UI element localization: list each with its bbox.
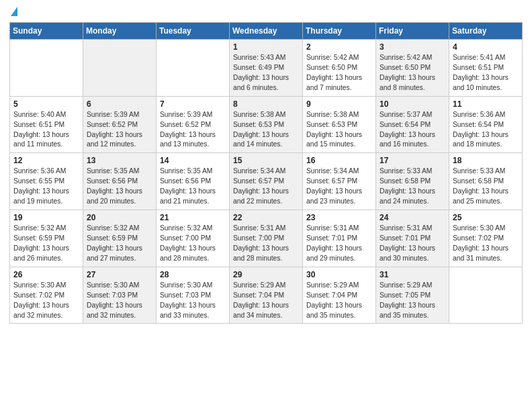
calendar-cell: 12Sunrise: 5:36 AM Sunset: 6:55 PM Dayli… <box>10 153 83 210</box>
day-number: 18 <box>453 156 519 165</box>
day-info: Sunrise: 5:36 AM Sunset: 6:55 PM Dayligh… <box>13 167 79 207</box>
day-info: Sunrise: 5:32 AM Sunset: 7:00 PM Dayligh… <box>160 224 226 264</box>
calendar-week-3: 19Sunrise: 5:32 AM Sunset: 6:59 PM Dayli… <box>10 210 523 267</box>
calendar-cell <box>157 40 230 97</box>
day-info: Sunrise: 5:33 AM Sunset: 6:58 PM Dayligh… <box>453 167 519 207</box>
day-number: 24 <box>380 213 445 222</box>
calendar-cell: 25Sunrise: 5:30 AM Sunset: 7:02 PM Dayli… <box>449 210 523 267</box>
day-info: Sunrise: 5:30 AM Sunset: 7:02 PM Dayligh… <box>453 224 519 264</box>
day-info: Sunrise: 5:30 AM Sunset: 7:03 PM Dayligh… <box>160 281 226 321</box>
calendar-cell: 30Sunrise: 5:29 AM Sunset: 7:04 PM Dayli… <box>303 267 376 324</box>
calendar-cell: 16Sunrise: 5:34 AM Sunset: 6:57 PM Dayli… <box>303 153 376 210</box>
day-number: 20 <box>87 213 152 222</box>
calendar-cell <box>10 40 83 97</box>
day-info: Sunrise: 5:35 AM Sunset: 6:56 PM Dayligh… <box>160 167 226 207</box>
calendar-cell: 15Sunrise: 5:34 AM Sunset: 6:57 PM Dayli… <box>230 153 303 210</box>
weekday-header-row: SundayMondayTuesdayWednesdayThursdayFrid… <box>10 23 523 40</box>
day-number: 26 <box>13 270 79 279</box>
day-info: Sunrise: 5:39 AM Sunset: 6:52 PM Dayligh… <box>160 110 226 150</box>
calendar-week-1: 5Sunrise: 5:40 AM Sunset: 6:51 PM Daylig… <box>10 96 523 153</box>
day-info: Sunrise: 5:38 AM Sunset: 6:53 PM Dayligh… <box>233 110 299 150</box>
day-number: 30 <box>306 270 372 279</box>
calendar-cell: 29Sunrise: 5:29 AM Sunset: 7:04 PM Dayli… <box>230 267 303 324</box>
calendar-cell: 7Sunrise: 5:39 AM Sunset: 6:52 PM Daylig… <box>157 96 230 153</box>
calendar-cell: 24Sunrise: 5:31 AM Sunset: 7:01 PM Dayli… <box>376 210 449 267</box>
calendar-week-4: 26Sunrise: 5:30 AM Sunset: 7:02 PM Dayli… <box>10 267 523 324</box>
calendar-cell: 10Sunrise: 5:37 AM Sunset: 6:54 PM Dayli… <box>376 96 449 153</box>
calendar-cell <box>83 40 157 97</box>
calendar-cell: 17Sunrise: 5:33 AM Sunset: 6:58 PM Dayli… <box>376 153 449 210</box>
header <box>9 7 523 18</box>
day-number: 31 <box>380 270 445 279</box>
calendar-cell <box>449 267 523 324</box>
day-number: 22 <box>233 213 299 222</box>
calendar-cell: 9Sunrise: 5:38 AM Sunset: 6:53 PM Daylig… <box>303 96 376 153</box>
day-info: Sunrise: 5:29 AM Sunset: 7:04 PM Dayligh… <box>306 281 372 321</box>
day-info: Sunrise: 5:32 AM Sunset: 6:59 PM Dayligh… <box>87 224 152 264</box>
day-info: Sunrise: 5:41 AM Sunset: 6:51 PM Dayligh… <box>453 53 519 93</box>
calendar-cell: 20Sunrise: 5:32 AM Sunset: 6:59 PM Dayli… <box>83 210 157 267</box>
day-number: 12 <box>13 156 79 165</box>
day-number: 15 <box>233 156 299 165</box>
day-info: Sunrise: 5:42 AM Sunset: 6:50 PM Dayligh… <box>306 53 372 93</box>
calendar-cell: 21Sunrise: 5:32 AM Sunset: 7:00 PM Dayli… <box>157 210 230 267</box>
day-number: 2 <box>306 42 372 52</box>
day-info: Sunrise: 5:34 AM Sunset: 6:57 PM Dayligh… <box>233 167 299 207</box>
day-number: 4 <box>453 42 519 52</box>
day-info: Sunrise: 5:38 AM Sunset: 6:53 PM Dayligh… <box>306 110 372 150</box>
calendar-cell: 14Sunrise: 5:35 AM Sunset: 6:56 PM Dayli… <box>157 153 230 210</box>
day-info: Sunrise: 5:42 AM Sunset: 6:50 PM Dayligh… <box>380 53 445 93</box>
calendar-cell: 11Sunrise: 5:36 AM Sunset: 6:54 PM Dayli… <box>449 96 523 153</box>
weekday-header-wednesday: Wednesday <box>230 23 303 40</box>
day-number: 7 <box>160 99 226 109</box>
calendar-cell: 31Sunrise: 5:29 AM Sunset: 7:05 PM Dayli… <box>376 267 449 324</box>
calendar-cell: 1Sunrise: 5:43 AM Sunset: 6:49 PM Daylig… <box>230 40 303 97</box>
calendar-cell: 6Sunrise: 5:39 AM Sunset: 6:52 PM Daylig… <box>83 96 157 153</box>
day-number: 1 <box>233 42 299 52</box>
day-info: Sunrise: 5:40 AM Sunset: 6:51 PM Dayligh… <box>13 110 79 150</box>
day-number: 10 <box>380 99 445 109</box>
calendar-cell: 5Sunrise: 5:40 AM Sunset: 6:51 PM Daylig… <box>10 96 83 153</box>
calendar-cell: 22Sunrise: 5:31 AM Sunset: 7:00 PM Dayli… <box>230 210 303 267</box>
calendar-cell: 3Sunrise: 5:42 AM Sunset: 6:50 PM Daylig… <box>376 40 449 97</box>
day-number: 16 <box>306 156 372 165</box>
day-info: Sunrise: 5:29 AM Sunset: 7:04 PM Dayligh… <box>233 281 299 321</box>
day-info: Sunrise: 5:31 AM Sunset: 7:00 PM Dayligh… <box>233 224 299 264</box>
day-number: 8 <box>233 99 299 109</box>
calendar-page: SundayMondayTuesdayWednesdayThursdayFrid… <box>0 0 532 411</box>
day-info: Sunrise: 5:29 AM Sunset: 7:05 PM Dayligh… <box>380 281 445 321</box>
day-number: 17 <box>380 156 445 165</box>
weekday-header-tuesday: Tuesday <box>157 23 230 40</box>
day-number: 27 <box>87 270 152 279</box>
weekday-header-friday: Friday <box>376 23 449 40</box>
logo-text <box>9 7 17 18</box>
day-info: Sunrise: 5:32 AM Sunset: 6:59 PM Dayligh… <box>13 224 79 264</box>
day-number: 5 <box>13 99 79 109</box>
day-info: Sunrise: 5:31 AM Sunset: 7:01 PM Dayligh… <box>306 224 372 264</box>
day-number: 25 <box>453 213 519 222</box>
calendar-cell: 27Sunrise: 5:30 AM Sunset: 7:03 PM Dayli… <box>83 267 157 324</box>
calendar-cell: 18Sunrise: 5:33 AM Sunset: 6:58 PM Dayli… <box>449 153 523 210</box>
day-info: Sunrise: 5:43 AM Sunset: 6:49 PM Dayligh… <box>233 53 299 93</box>
day-info: Sunrise: 5:31 AM Sunset: 7:01 PM Dayligh… <box>380 224 445 264</box>
day-number: 29 <box>233 270 299 279</box>
day-info: Sunrise: 5:30 AM Sunset: 7:02 PM Dayligh… <box>13 281 79 321</box>
day-number: 28 <box>160 270 226 279</box>
day-info: Sunrise: 5:37 AM Sunset: 6:54 PM Dayligh… <box>380 110 445 150</box>
day-number: 21 <box>160 213 226 222</box>
calendar-cell: 19Sunrise: 5:32 AM Sunset: 6:59 PM Dayli… <box>10 210 83 267</box>
calendar-cell: 8Sunrise: 5:38 AM Sunset: 6:53 PM Daylig… <box>230 96 303 153</box>
day-number: 3 <box>380 42 445 52</box>
day-info: Sunrise: 5:30 AM Sunset: 7:03 PM Dayligh… <box>87 281 152 321</box>
day-number: 14 <box>160 156 226 165</box>
calendar-week-0: 1Sunrise: 5:43 AM Sunset: 6:49 PM Daylig… <box>10 40 523 97</box>
day-number: 9 <box>306 99 372 109</box>
weekday-header-saturday: Saturday <box>449 23 523 40</box>
calendar-cell: 26Sunrise: 5:30 AM Sunset: 7:02 PM Dayli… <box>10 267 83 324</box>
calendar-table: SundayMondayTuesdayWednesdayThursdayFrid… <box>9 22 523 324</box>
day-info: Sunrise: 5:33 AM Sunset: 6:58 PM Dayligh… <box>380 167 445 207</box>
calendar-cell: 4Sunrise: 5:41 AM Sunset: 6:51 PM Daylig… <box>449 40 523 97</box>
calendar-cell: 13Sunrise: 5:35 AM Sunset: 6:56 PM Dayli… <box>83 153 157 210</box>
weekday-header-thursday: Thursday <box>303 23 376 40</box>
day-number: 23 <box>306 213 372 222</box>
